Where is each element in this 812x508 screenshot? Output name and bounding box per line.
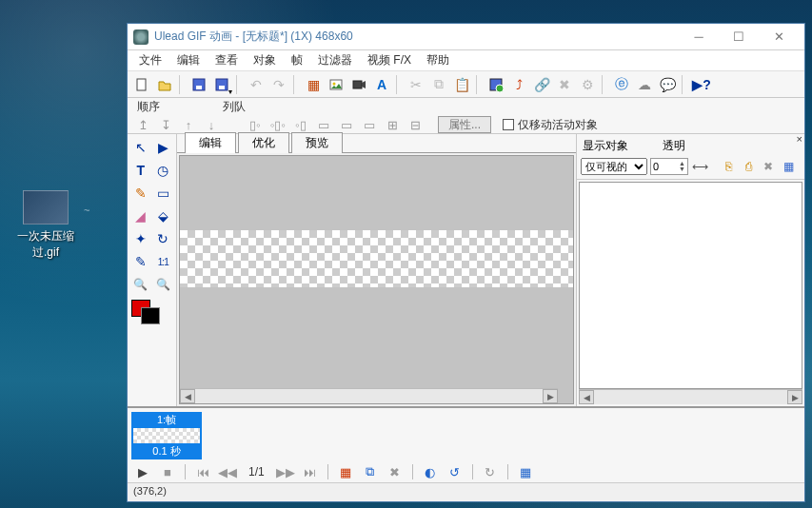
panel-props-icon[interactable]: ▦ [780, 158, 797, 175]
chat-button[interactable]: 💬 [657, 74, 678, 95]
tab-optimize[interactable]: 优化 [238, 132, 289, 153]
duplicate-frame-button[interactable]: ⧉ [361, 463, 380, 480]
canvas[interactable] [180, 230, 573, 287]
prev-frame-button[interactable]: ◀◀ [218, 463, 237, 480]
eraser-tool[interactable]: ◢ [131, 206, 150, 225]
preview-save-button[interactable] [485, 74, 506, 95]
scroll-right-icon[interactable]: ▶ [787, 390, 802, 404]
order-up-button[interactable]: ↑ [179, 116, 198, 133]
last-frame-button[interactable]: ⏭ [301, 463, 320, 480]
delete-frame-button[interactable]: ✖ [386, 463, 405, 480]
visibility-dropdown[interactable]: 仅可视的 [581, 158, 647, 175]
zoom-out-tool[interactable]: 🔍 [154, 275, 173, 294]
menu-frame[interactable]: 帧 [284, 50, 310, 70]
tween-button[interactable]: ◐ [421, 463, 440, 480]
canvas-scrollbar[interactable]: ◀ ▶ [180, 388, 558, 403]
add-image-button[interactable] [326, 74, 347, 95]
menu-help[interactable]: 帮助 [419, 50, 457, 70]
scroll-left-icon[interactable]: ◀ [579, 390, 594, 404]
align-center-button[interactable]: ◦▯◦ [268, 116, 287, 133]
wand-tool[interactable]: ✦ [131, 229, 150, 248]
align-left-button[interactable]: ▯◦ [246, 116, 265, 133]
export-button[interactable]: ⤴ [508, 74, 529, 95]
redo-button[interactable]: ↷ [268, 74, 289, 95]
objects-list[interactable] [579, 182, 802, 389]
wizard-button[interactable]: ▦ [303, 74, 324, 95]
save-all-button[interactable]: ▾ [211, 74, 232, 95]
dropper-tool[interactable]: ✎ [131, 252, 150, 271]
link-button[interactable]: 🔗 [531, 74, 552, 95]
reverse-button[interactable]: ↺ [446, 463, 465, 480]
menu-file[interactable]: 文件 [131, 50, 169, 70]
add-video-button[interactable] [348, 74, 369, 95]
minimize-button[interactable]: ─ [679, 25, 719, 49]
align-right-button[interactable]: ◦▯ [291, 116, 310, 133]
tab-edit[interactable]: 编辑 [185, 132, 236, 153]
shape-tool[interactable]: ▶ [154, 138, 173, 157]
paste-button[interactable]: 📋 [451, 74, 472, 95]
scroll-right-icon[interactable]: ▶ [543, 389, 558, 403]
panel-paste-icon[interactable]: ⎙ [740, 158, 757, 175]
pointer-tool[interactable]: ↖ [131, 138, 150, 157]
tab-preview[interactable]: 预览 [291, 132, 343, 153]
open-button[interactable] [154, 74, 175, 95]
fill-tool[interactable]: ⬙ [154, 206, 173, 225]
new-button[interactable] [131, 74, 152, 95]
align-top-button[interactable]: ▭ [314, 116, 333, 133]
desktop-file-icon[interactable]: 一次未压缩过.gif [11, 190, 80, 261]
loop-button[interactable]: ↻ [481, 463, 500, 480]
panel-delete-icon[interactable]: ✖ [760, 158, 777, 175]
background-swatch[interactable] [141, 307, 160, 324]
zoom-in-tool[interactable]: 🔍 [131, 275, 150, 294]
brush-tool[interactable]: ✎ [131, 184, 150, 203]
frame-props-button[interactable]: ▦ [516, 463, 535, 480]
menu-view[interactable]: 查看 [208, 50, 246, 70]
properties-button[interactable]: 属性... [438, 116, 491, 133]
settings-button[interactable]: ⚙ [577, 74, 598, 95]
web-button[interactable]: ☁ [634, 74, 655, 95]
scroll-left-icon[interactable]: ◀ [180, 389, 195, 403]
copy-button[interactable]: ⧉ [428, 74, 449, 95]
clock-tool[interactable]: ◷ [154, 161, 173, 180]
align-bottom-button[interactable]: ▭ [360, 116, 379, 133]
close-button[interactable]: ✕ [759, 25, 799, 49]
first-frame-button[interactable]: ⏮ [193, 463, 212, 480]
rotate-tool[interactable]: ↻ [154, 229, 173, 248]
text-tool[interactable]: T [131, 161, 150, 180]
stop-button[interactable]: ■ [158, 463, 177, 480]
objects-scrollbar[interactable]: ◀ ▶ [579, 389, 802, 404]
panel-close-icon[interactable]: × [797, 133, 802, 145]
cut-button[interactable]: ✂ [406, 74, 426, 95]
frame-thumbnail[interactable]: 1:帧 0.1 秒 [131, 412, 202, 459]
menu-object[interactable]: 对象 [246, 50, 284, 70]
help-button[interactable]: ▶? [691, 74, 712, 95]
next-frame-button[interactable]: ▶▶ [276, 463, 295, 480]
undo-button[interactable]: ↶ [246, 74, 267, 95]
order-top-button[interactable]: ↥ [133, 116, 152, 133]
distribute-h-button[interactable]: ⊞ [383, 116, 402, 133]
menu-video[interactable]: 视频 F/X [360, 50, 419, 70]
order-bottom-button[interactable]: ↧ [156, 116, 175, 133]
panel-copy-icon[interactable]: ⎘ [720, 158, 737, 175]
menu-edit[interactable]: 编辑 [169, 50, 208, 70]
canvas-area[interactable]: ◀ ▶ [179, 155, 574, 404]
color-swatches[interactable] [131, 300, 172, 326]
tool-x-button[interactable]: ✖ [554, 74, 575, 95]
rect-tool[interactable]: ▭ [154, 184, 173, 203]
menu-filter[interactable]: 过滤器 [310, 50, 360, 70]
titlebar[interactable]: Ulead GIF 动画 - [无标题*] (1X) 468x60 ─ ☐ ✕ [128, 24, 804, 50]
order-down-button[interactable]: ↓ [202, 116, 221, 133]
distribute-v-button[interactable]: ⊟ [406, 116, 425, 133]
slider-icon[interactable]: ⟷ [691, 158, 708, 175]
browser-button[interactable]: ⓔ [611, 74, 632, 95]
save-button[interactable] [188, 74, 209, 95]
add-text-button[interactable]: A [371, 74, 392, 95]
move-active-checkbox[interactable]: 仅移动活动对象 [503, 117, 598, 133]
statusbar: (376,2) [128, 482, 804, 501]
actual-size-tool[interactable]: 1:1 [154, 252, 173, 271]
transparency-spinner[interactable]: 0▲▼ [650, 158, 688, 175]
align-middle-button[interactable]: ▭ [337, 116, 356, 133]
play-button[interactable]: ▶ [133, 463, 152, 480]
add-frame-button[interactable]: ▦ [336, 463, 355, 480]
maximize-button[interactable]: ☐ [719, 25, 759, 49]
